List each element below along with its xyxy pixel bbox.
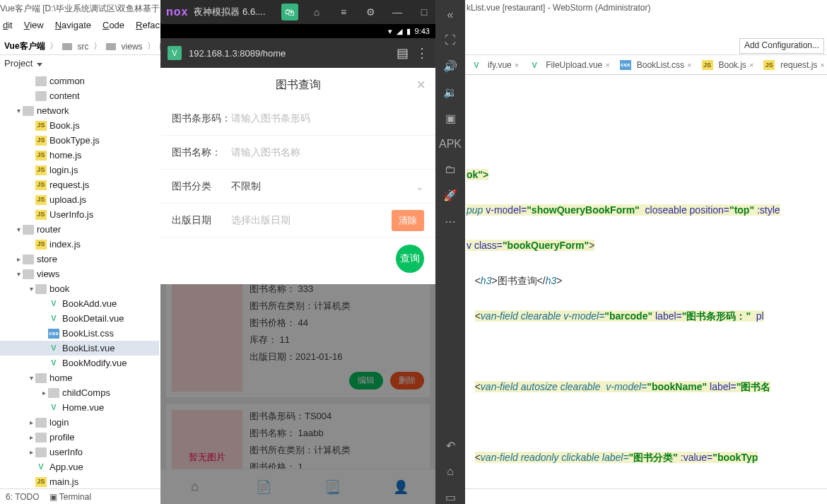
rocket-icon[interactable]: 🚀 <box>443 189 457 202</box>
tree-item-userinfo-js[interactable]: JSUserInfo.js <box>0 207 159 222</box>
tab-fileupload[interactable]: VFileUpload.vue× <box>524 57 614 73</box>
tree-item-main-js[interactable]: JSmain.js <box>0 474 159 489</box>
editor-tabs[interactable]: Vify.vue× VFileUpload.vue× cssBookList.c… <box>465 55 827 75</box>
chevron-down-icon: ⌄ <box>416 181 424 192</box>
tree-item-content[interactable]: content <box>0 88 159 103</box>
kebab-icon[interactable]: ⋮ <box>416 45 428 61</box>
project-tree[interactable]: commoncontentnetworkJSBook.jsJSBookType.… <box>0 74 159 489</box>
field-label: 图书分类 <box>172 180 231 193</box>
tree-item-booklist-vue[interactable]: VBookList.vue <box>0 341 159 356</box>
android-status-bar: ▾ ◢ ▮ 9:43 <box>160 24 435 38</box>
date-input[interactable]: 选择出版日期 <box>231 214 386 227</box>
more-icon[interactable]: ⋯ <box>445 215 456 228</box>
tree-item-bookmodify-vue[interactable]: VBookModify.vue <box>0 356 159 370</box>
tree-item-childcomps[interactable]: childComps <box>0 385 159 400</box>
barcode-input[interactable]: 请输入图书条形码 <box>231 112 424 125</box>
tree-item-profile[interactable]: profile <box>0 430 159 445</box>
nox-emulator-window: nox 夜神模拟器 6.6.... 🛍 ⌂ ≡ ⚙ — □ ✕ « ⛶ 🔊 🔉 … <box>160 0 465 504</box>
folder-icon[interactable]: 🗀 <box>445 163 456 176</box>
breadcrumb-src[interactable]: src <box>78 42 89 52</box>
project-tool-label[interactable]: Project <box>4 58 42 69</box>
battery-icon: ▮ <box>406 27 411 36</box>
signal-icon: ◢ <box>397 27 402 36</box>
browser-address-bar[interactable]: V 192.168.1.3:8089/home ▤ ⋮ <box>160 38 435 68</box>
bookname-input[interactable]: 请输入图书名称 <box>231 146 424 159</box>
tree-item-book[interactable]: book <box>0 281 159 296</box>
gear-icon[interactable]: ⚙ <box>362 4 379 20</box>
tree-item-home-vue[interactable]: VHome.vue <box>0 400 159 415</box>
code-editor[interactable]: ok"> pup v-model="showQueryBookForm" clo… <box>467 78 827 477</box>
clear-button[interactable]: 清除 <box>392 210 424 231</box>
menu-edit[interactable]: dit <box>3 20 13 37</box>
home-icon[interactable]: ⌂ <box>308 4 325 20</box>
close-icon[interactable]: × <box>515 61 519 69</box>
tree-item-userinfo[interactable]: userInfo <box>0 445 159 459</box>
tree-item-book-js[interactable]: JSBook.js <box>0 118 159 133</box>
screenshot-icon[interactable]: ▣ <box>445 112 456 125</box>
tree-item-request-js[interactable]: JSrequest.js <box>0 177 159 192</box>
barcode-field[interactable]: 图书条形码： 请输入图书条形码 <box>160 102 435 136</box>
ide-menu-bar[interactable]: dit View Navigate Code Refactor <box>0 20 170 37</box>
close-icon[interactable]: × <box>605 61 609 69</box>
todo-tool[interactable]: 6: TODO <box>6 492 40 502</box>
tree-item-booktype-js[interactable]: JSBookType.js <box>0 133 159 148</box>
tree-item-views[interactable]: views <box>0 266 159 281</box>
minimize-icon[interactable]: — <box>389 4 406 20</box>
tab-requestjs[interactable]: JSrequest.js× <box>759 57 827 73</box>
volume-down-icon[interactable]: 🔉 <box>443 86 457 99</box>
close-icon[interactable]: × <box>416 76 426 94</box>
tree-item-common[interactable]: common <box>0 74 159 88</box>
tree-item-bookdetail-vue[interactable]: VBookDetail.vue <box>0 311 159 326</box>
tree-item-upload-js[interactable]: JSupload.js <box>0 192 159 207</box>
tree-item-store[interactable]: store <box>0 252 159 266</box>
breadcrumb-project[interactable]: Vue客户端 <box>4 40 45 52</box>
add-configuration-button[interactable]: Add Configuration... <box>739 38 824 54</box>
apk-icon[interactable]: APK <box>439 138 462 151</box>
category-field[interactable]: 图书分类 不限制 ⌄ <box>160 170 435 204</box>
back-icon[interactable]: ↶ <box>446 439 455 452</box>
tree-item-booklist-css[interactable]: cssBookList.css <box>0 326 159 341</box>
tree-item-bookadd-vue[interactable]: VBookAdd.vue <box>0 296 159 311</box>
url-text[interactable]: 192.168.1.3:8089/home <box>189 48 389 59</box>
maximize-icon[interactable]: □ <box>416 4 433 20</box>
phone-screen: ▾ ◢ ▮ 9:43 V 192.168.1.3:8089/home ▤ ⋮ 图… <box>160 24 435 504</box>
bookname-field[interactable]: 图书名称： 请输入图书名称 <box>160 136 435 170</box>
recent-icon[interactable]: ▭ <box>445 491 456 504</box>
android-home-icon[interactable]: ⌂ <box>447 465 454 478</box>
query-button[interactable]: 查询 <box>396 245 424 273</box>
tree-item-home[interactable]: home <box>0 370 159 385</box>
tree-item-login-js[interactable]: JSlogin.js <box>0 163 159 177</box>
terminal-tool[interactable]: ▣ Terminal <box>49 492 91 502</box>
tree-item-login[interactable]: login <box>0 415 159 430</box>
nox-sidebar[interactable]: « ⛶ 🔊 🔉 ▣ APK 🗀 🚀 ⋯ ↶ ⌂ ▭ <box>435 0 465 504</box>
tabs-icon[interactable]: ▤ <box>397 45 409 61</box>
tree-item-index-js[interactable]: JSindex.js <box>0 237 159 252</box>
menu-view[interactable]: View <box>24 20 44 37</box>
field-label: 出版日期 <box>172 214 231 227</box>
tree-item-router[interactable]: router <box>0 222 159 237</box>
close-icon[interactable]: × <box>749 61 753 69</box>
nox-logo: nox <box>166 6 188 18</box>
field-label: 图书条形码： <box>172 112 231 125</box>
tab-booklistcss[interactable]: cssBookList.css× <box>616 57 696 73</box>
menu-code[interactable]: Code <box>102 20 124 37</box>
nox-shop-icon[interactable]: 🛍 <box>281 4 298 20</box>
menu-icon[interactable]: ≡ <box>335 4 352 20</box>
tab-ifyvue[interactable]: Vify.vue× <box>467 57 523 73</box>
publishdate-field[interactable]: 出版日期 选择出版日期 清除 <box>160 204 435 238</box>
vue-icon: V <box>168 46 182 60</box>
ide-title-left: Vue客户端 [D:\毕业系统调试区\双鱼林基于 <box>0 3 160 15</box>
tree-item-home-js[interactable]: JShome.js <box>0 148 159 163</box>
menu-navigate[interactable]: Navigate <box>55 20 91 37</box>
close-icon[interactable]: × <box>687 61 691 69</box>
volume-up-icon[interactable]: 🔊 <box>443 59 457 73</box>
tree-item-app-vue[interactable]: VApp.vue <box>0 459 159 474</box>
tree-item-network[interactable]: network <box>0 103 159 118</box>
nox-titlebar[interactable]: nox 夜神模拟器 6.6.... 🛍 ⌂ ≡ ⚙ — □ ✕ <box>160 0 465 24</box>
breadcrumb-views[interactable]: views <box>122 42 143 52</box>
folder-icon <box>62 43 72 50</box>
close-icon[interactable]: × <box>820 61 824 69</box>
collapse-icon[interactable]: « <box>447 8 454 21</box>
tab-bookjs[interactable]: JSBook.js× <box>698 57 758 73</box>
fullscreen-icon[interactable]: ⛶ <box>445 34 456 47</box>
